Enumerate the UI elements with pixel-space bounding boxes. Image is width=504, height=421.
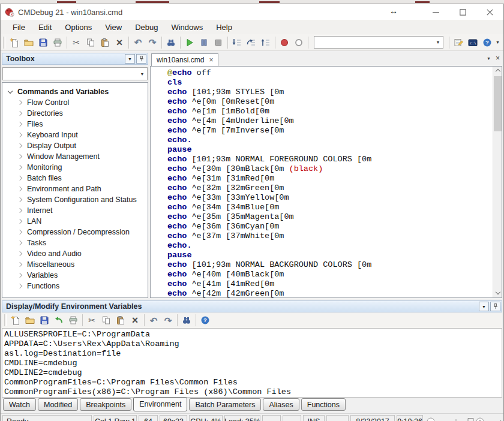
stop-button[interactable] — [211, 35, 226, 50]
toolbox-item-lan[interactable]: LAN — [2, 216, 148, 227]
bottom-tab-environment[interactable]: Environment — [133, 397, 187, 411]
paste-icon — [100, 38, 110, 47]
tab-win10ansi[interactable]: win10ansi.cmd × — [151, 53, 218, 66]
clear-breakpoints-button[interactable] — [292, 35, 306, 50]
toolbox-item-monitoring[interactable]: Monitoring — [2, 162, 148, 173]
redo-button[interactable]: ↷ — [161, 313, 175, 327]
new-file-button[interactable] — [7, 35, 22, 50]
toolbox-item-directories[interactable]: Directories — [2, 108, 148, 119]
menu-item-windows[interactable]: Windows — [165, 21, 209, 34]
help-button[interactable]: ? — [480, 35, 494, 50]
chevron-right-icon — [17, 122, 22, 127]
toolbox-item-system-configuration-and-status[interactable]: System Configuration and Status — [2, 194, 148, 205]
chevron-right-icon — [17, 240, 22, 245]
help-button[interactable]: ? — [198, 313, 212, 327]
open-file-button[interactable] — [23, 313, 37, 327]
toolbox-item-video-and-audio[interactable]: Video and Audio — [2, 248, 148, 259]
cut-button[interactable]: ✂ — [85, 313, 99, 327]
title-bar[interactable]: CMDebug 21 - win10ansi.cmd ↔ — [1, 4, 503, 20]
caret-down-icon[interactable]: ▼ — [137, 68, 147, 80]
copy-button[interactable] — [99, 313, 113, 327]
toolbox-item-files[interactable]: Files — [2, 119, 148, 130]
close-button[interactable] — [476, 4, 503, 20]
menu-item-file[interactable]: File — [7, 21, 31, 34]
toolbox-filter-input[interactable] — [3, 68, 137, 80]
menu-item-edit[interactable]: Edit — [32, 21, 58, 34]
toolbox-item-miscellaneous[interactable]: Miscellaneous — [2, 259, 148, 270]
command-input[interactable] — [314, 37, 433, 48]
toolbox-item-functions[interactable]: Functions — [2, 281, 148, 291]
toolbox-item-window-management[interactable]: Window Management — [2, 151, 148, 162]
step-into-button[interactable] — [230, 35, 244, 50]
print-button[interactable] — [50, 35, 65, 50]
delete-button[interactable]: × — [128, 313, 142, 327]
tab-list-button[interactable]: ▼ — [487, 56, 491, 61]
toolbox-filter-combo[interactable]: ▼ — [2, 67, 148, 80]
save-button[interactable] — [37, 313, 52, 327]
undo-button[interactable]: ↶ — [131, 35, 145, 50]
edit-window-button[interactable] — [451, 35, 466, 50]
scroll-up-arrow-icon[interactable] — [493, 67, 502, 76]
toolbox-pin-button[interactable] — [136, 54, 146, 64]
toggle-breakpoint-button[interactable] — [277, 35, 292, 50]
undo-button[interactable]: ↶ — [146, 313, 161, 327]
pause-button[interactable] — [197, 35, 211, 50]
command-window-button[interactable]: c:\ — [466, 35, 480, 50]
toolbox-item-environment-and-path[interactable]: Environment and Path — [2, 184, 148, 194]
find-button[interactable] — [164, 35, 178, 50]
paste-button[interactable] — [98, 35, 112, 50]
step-over-button[interactable] — [244, 35, 259, 50]
caret-down-icon[interactable]: ▼ — [433, 37, 443, 48]
copy-button[interactable] — [83, 35, 98, 50]
step-out-button[interactable] — [259, 35, 273, 50]
minimize-button[interactable] — [422, 4, 449, 20]
redo-button[interactable]: ↷ — [145, 35, 160, 50]
new-file-button[interactable] — [8, 313, 23, 327]
find-button[interactable] — [179, 313, 194, 327]
toolbox-item-keyboard-input[interactable]: Keyboard Input — [2, 130, 148, 140]
scroll-down-arrow-icon[interactable] — [493, 288, 502, 297]
code-editor[interactable]: @echo offclsecho [101;93m STYLES [0mecho… — [151, 67, 493, 297]
close-document-button[interactable]: × — [496, 54, 500, 62]
save-button[interactable] — [36, 35, 50, 50]
bottom-tab-breakpoints[interactable]: Breakpoints — [80, 398, 131, 411]
bottom-tab-batch-parameters[interactable]: Batch Parameters — [189, 398, 261, 411]
toolbox-item-commands-and-variables[interactable]: Commands and Variables — [2, 86, 148, 97]
maximize-button[interactable] — [449, 4, 476, 20]
scrollbar-thumb[interactable] — [494, 76, 502, 131]
zoom-slider[interactable] — [426, 416, 484, 421]
bottom-tab-watch[interactable]: Watch — [3, 398, 36, 411]
toolbox-item-variables[interactable]: Variables — [2, 270, 148, 281]
step-out-icon — [261, 38, 271, 47]
toolbox-item-batch-files[interactable]: Batch files — [2, 173, 148, 184]
open-file-button[interactable] — [22, 35, 36, 50]
environment-pin-button[interactable] — [490, 302, 500, 311]
menu-item-help[interactable]: Help — [210, 21, 238, 34]
menu-item-options[interactable]: Options — [59, 21, 98, 34]
revert-button[interactable] — [52, 313, 66, 327]
tree-item-label: Commands and Variables — [17, 88, 109, 96]
print-button[interactable] — [66, 313, 80, 327]
environment-menu-button[interactable]: ▼ — [479, 302, 489, 311]
bottom-tab-functions[interactable]: Functions — [301, 398, 346, 411]
toolbox-menu-button[interactable]: ▼ — [125, 54, 135, 64]
toolbox-item-display-output[interactable]: Display Output — [2, 140, 148, 151]
toolbox-item-flow-control[interactable]: Flow Control — [2, 97, 148, 108]
toolbox-item-compression-decompression[interactable]: Compression / Decompression — [2, 227, 148, 237]
bottom-tab-aliases[interactable]: Aliases — [263, 398, 299, 411]
paste-button[interactable] — [113, 313, 128, 327]
environment-variables-list[interactable]: ALLUSERSPROFILE=C:\ProgramDataAPPDATA=C:… — [2, 328, 502, 398]
toolbar-separator — [177, 314, 178, 326]
editor-vertical-scrollbar[interactable] — [493, 67, 502, 297]
run-button[interactable] — [182, 35, 197, 50]
menu-item-debug[interactable]: Debug — [129, 21, 164, 34]
delete-button[interactable]: × — [112, 35, 127, 50]
menu-item-view[interactable]: View — [99, 21, 128, 34]
toolbox-item-tasks[interactable]: Tasks — [2, 237, 148, 248]
command-combo[interactable]: ▼ — [314, 36, 443, 49]
bottom-tab-modified[interactable]: Modified — [38, 398, 78, 411]
cut-button[interactable]: ✂ — [69, 35, 83, 50]
tab-close-icon[interactable]: × — [209, 56, 213, 64]
toolbar-overflow-button[interactable]: ▼ — [496, 40, 500, 44]
toolbox-item-internet[interactable]: Internet — [2, 205, 148, 216]
